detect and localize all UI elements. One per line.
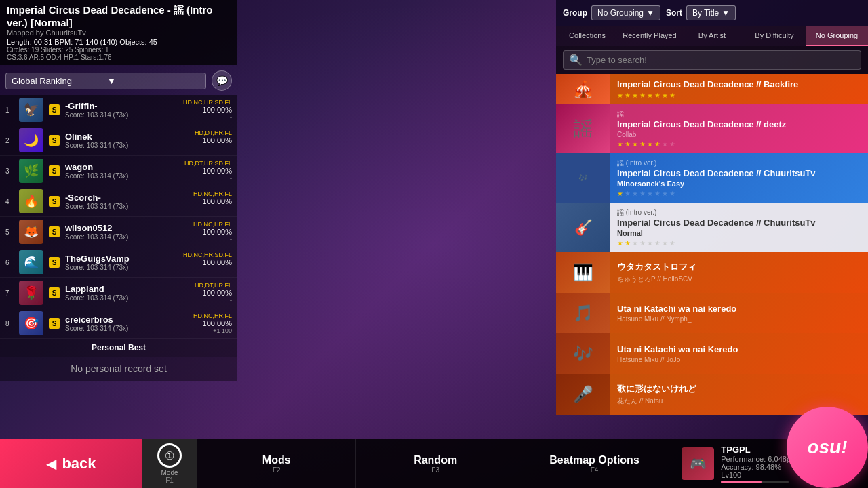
star-1: ★ [617, 140, 623, 148]
table-row[interactable]: 8 🎯 S creicerbros Score: 103 314 (73x) H… [0, 308, 237, 339]
song-thumbnail: 🎵 [556, 293, 610, 333]
tab-no-grouping[interactable]: No Grouping [806, 26, 868, 46]
list-item[interactable]: 🎵 Uta ni Katachi wa nai keredo Hatsune M… [556, 293, 868, 333]
sort-dropdown-arrow: ▼ [722, 8, 730, 18]
lb-score: Score: 103 314 (73x) [65, 325, 188, 332]
song-card-info: 謡 (Intro ver.) Imperial Circus Dead Deca… [610, 153, 868, 203]
lb-right: HD,NC,HR,SD,FL 100,00% - [183, 99, 232, 121]
lb-rank: 3 [5, 167, 14, 175]
lb-acc: 100,00% [183, 258, 232, 266]
song-thumbnail: 🎶 [556, 333, 610, 374]
table-row[interactable]: 7 🌹 S Lappland_ Score: 103 314 (73x) HD,… [0, 278, 237, 308]
group-dropdown[interactable]: No Grouping ▼ [591, 5, 660, 20]
lb-perfect: - [193, 205, 232, 212]
back-button[interactable]: ◀ back [0, 439, 142, 488]
osu-logo[interactable]: osu! [787, 407, 868, 488]
star-7: ★ [662, 190, 668, 197]
star-3: ★ [632, 92, 638, 99]
list-item[interactable]: 🎹 ウタカタストロフィ ちゅうとろP // HelloSCV [556, 252, 868, 293]
lb-perfect: - [184, 175, 232, 182]
sort-group: Sort By Title ▼ [666, 5, 736, 20]
song-title-list: ウタカタストロフィ [617, 261, 861, 273]
star-2: ★ [625, 190, 631, 197]
lb-mods: HD,DT,HR,FL [195, 282, 232, 289]
lb-score: Score: 103 314 (73x) [65, 142, 189, 149]
lb-score: Score: 103 314 (73x) [65, 203, 188, 210]
tab-by-artist-label: By Artist [698, 31, 726, 39]
song-title: Imperial Circus Dead Decadence - 謡 (Intr… [7, 4, 231, 28]
table-row[interactable]: 4 🔥 S -Scorch- Score: 103 314 (73x) HD,N… [0, 186, 237, 217]
tab-collections[interactable]: Collections [556, 26, 618, 46]
song-card-info: 謡 (Intro ver.) Imperial Circus Dead Deca… [610, 203, 868, 252]
lb-player-info: Lappland_ Score: 103 314 (73x) [65, 284, 189, 302]
mods-button[interactable]: Mods F2 [197, 439, 355, 488]
list-item[interactable]: 🎪 Imperial Circus Dead Decadence // Back… [556, 74, 868, 104]
lb-mods: HD,NC,HR,FL [193, 221, 232, 228]
grade-badge: S [49, 287, 60, 298]
top-bar: Group No Grouping ▼ Sort By Title ▼ [556, 0, 868, 26]
table-row[interactable]: 5 🦊 S wilson0512 Score: 103 314 (73x) HD… [0, 217, 237, 247]
filter-tabs: Collections Recently Played By Artist By… [556, 26, 868, 46]
lb-rank: 5 [5, 228, 14, 236]
song-mapper-list: Hatsune Miku // JoJo [617, 356, 861, 363]
song-diff-list: Normal [617, 229, 861, 237]
tab-by-artist[interactable]: By Artist [681, 26, 743, 46]
lb-right: HD,DT,HR,FL 100,00% - [195, 282, 232, 304]
back-icon: ◀ [46, 455, 56, 472]
avatar: 🦊 [19, 220, 43, 244]
search-input[interactable] [587, 55, 855, 65]
spinners-stat: Spinners: 1 [75, 46, 109, 54]
random-button[interactable]: Random F3 [355, 439, 514, 488]
song-card-info: Uta ni Katachi wa nai keredo Hatsune Mik… [610, 293, 868, 333]
star-2: ★ [625, 92, 631, 99]
lb-player-info: -Griffin- Score: 103 314 (73x) [65, 101, 178, 119]
star-3: ★ [632, 190, 638, 197]
tab-no-grouping-label: No Grouping [816, 31, 858, 39]
table-row[interactable]: 1 🦅 S -Griffin- Score: 103 314 (73x) HD,… [0, 95, 237, 125]
beatmap-label: Beatmap Options [549, 454, 639, 466]
star-4: ★ [639, 140, 646, 148]
beatmap-options-button[interactable]: Beatmap Options F4 [515, 439, 673, 488]
list-item[interactable]: 🎸 謡 (Intro ver.) Imperial Circus Dead De… [556, 203, 868, 252]
star-2: ★ [625, 140, 631, 148]
list-item[interactable]: 謡 謡 Imperial Circus Dead Decadence // de… [556, 104, 868, 153]
table-row[interactable]: 6 🌊 S TheGuigsVamp Score: 103 314 (73x) … [0, 247, 237, 278]
star-1: ★ [617, 239, 623, 247]
lb-score: Score: 103 314 (73x) [65, 111, 178, 119]
song-thumbnail: 🎤 [556, 374, 610, 415]
list-item[interactable]: 🎶 Uta ni Katachi wa nai Keredo Hatsune M… [556, 333, 868, 374]
mods-f-key: F2 [273, 466, 281, 474]
lb-acc: 100,00% [193, 228, 232, 236]
avatar: 🎯 [19, 311, 43, 336]
chat-button[interactable]: 💬 [212, 70, 232, 91]
table-row[interactable]: 3 🌿 S wagon Score: 103 314 (73x) HD,DT,H… [0, 156, 237, 186]
random-label: Random [414, 454, 457, 466]
sort-dropdown[interactable]: By Title ▼ [686, 5, 736, 20]
lb-rank: 6 [5, 259, 14, 266]
dropdown-arrow: ▼ [107, 76, 200, 86]
mods-label: Mods [262, 454, 291, 466]
star-6: ★ [654, 190, 660, 197]
lb-player-name: creicerbros [65, 314, 188, 325]
song-length-bpm: Length: 00:31 BPM: 71-140 (140) Objects:… [7, 38, 157, 46]
song-title-list: 歌に形はないけれど [617, 383, 861, 395]
lb-score: Score: 103 314 (73x) [65, 172, 179, 180]
song-title-list: Imperial Circus Dead Decadence // Backfi… [617, 79, 861, 89]
song-title-list: Imperial Circus Dead Decadence // Chuuri… [617, 168, 861, 178]
lb-mods: HD,NC,HR,FL [193, 312, 232, 319]
random-f-key: F3 [431, 466, 439, 474]
tab-recently-played[interactable]: Recently Played [618, 26, 681, 46]
beatmap-f-key: F4 [591, 466, 599, 474]
list-item[interactable]: 🎶 謡 (Intro ver.) Imperial Circus Dead De… [556, 153, 868, 203]
song-mapper-list: Collab [617, 131, 861, 138]
search-icon: 🔍 [569, 54, 583, 66]
mode-button[interactable]: ① Mode F1 [142, 439, 197, 488]
song-title-list: Uta ni Katachi wa nai keredo [617, 304, 861, 314]
tab-by-difficulty[interactable]: By Difficulty [743, 26, 806, 46]
table-row[interactable]: 2 🌙 S Olinek Score: 103 314 (73x) HD,DT,… [0, 125, 237, 156]
ranking-bar: Global Ranking ▼ 💬 [0, 66, 237, 95]
star-3: ★ [632, 239, 638, 247]
ranking-dropdown[interactable]: Global Ranking ▼ [5, 73, 206, 89]
lb-right: HD,DT,HR,SD,FL 100,00% - [184, 160, 232, 182]
back-label: back [62, 455, 96, 472]
